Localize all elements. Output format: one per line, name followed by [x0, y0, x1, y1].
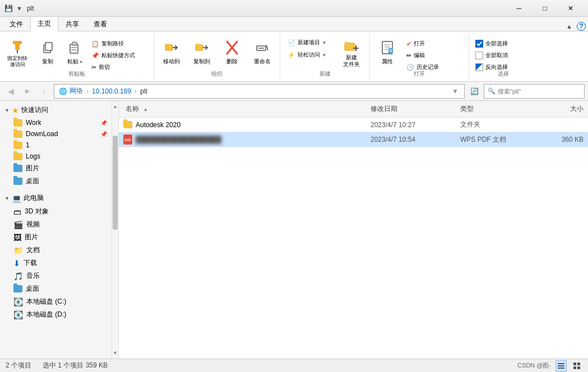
open-icon: ✔ — [406, 40, 411, 48]
svg-rect-10 — [165, 44, 169, 45]
tab-share[interactable]: 共享 — [58, 17, 86, 31]
deselect-all-button[interactable]: 全部取消 — [473, 50, 534, 61]
sidebar-item-pictures[interactable]: 🖼 图片 — [0, 231, 112, 244]
3d-icon: 🗃 — [13, 207, 21, 216]
copy-icon — [39, 39, 57, 57]
breadcrumb-current: plt — [140, 87, 147, 95]
search-box[interactable]: 🔍 — [484, 84, 585, 99]
sidebar-item-documents[interactable]: 📁 文档 — [0, 244, 112, 257]
sidebar-item-drive-c[interactable]: 💽 本地磁盘 (C:) — [0, 295, 112, 308]
minimize-button[interactable]: ─ — [506, 0, 532, 17]
this-pc-arrow: ▼ — [4, 196, 10, 201]
forward-button[interactable]: ▶ — [20, 84, 35, 99]
sidebar-scrollbar[interactable]: ▲ ▼ — [112, 101, 119, 359]
sidebar-item-drive-d[interactable]: 💽 本地磁盘 (D:) — [0, 308, 112, 321]
back-button[interactable]: ◀ — [3, 84, 18, 99]
sidebar-item-video-label: 视频 — [26, 220, 40, 229]
sidebar-item-pictures-label2: 图片 — [25, 232, 38, 242]
tab-file[interactable]: 文件 — [2, 17, 30, 31]
sidebar-item-3d[interactable]: 🗃 3D 对象 — [0, 205, 112, 218]
breadcrumb-network[interactable]: 网络 — [70, 86, 83, 96]
sidebar-item-desktop-quick[interactable]: 桌面 — [0, 175, 112, 188]
svg-rect-32 — [558, 365, 564, 366]
properties-button[interactable]: 属性 — [373, 36, 401, 69]
properties-icon — [378, 39, 396, 57]
sidebar-item-work[interactable]: Work 📌 — [0, 117, 112, 128]
move-to-button[interactable]: 移动到 — [158, 36, 186, 69]
sidebar-item-1[interactable]: 1 — [0, 140, 112, 151]
breadcrumb-ip[interactable]: 10.100.0.189 — [92, 87, 131, 95]
select-all-button[interactable]: 全部选择 — [473, 38, 534, 49]
open-small-col: ✔ 打开 ✏ 编辑 🕒 历史记录 — [404, 36, 465, 73]
title-bar-controls: ─ □ ✕ — [506, 0, 584, 17]
col-date-header[interactable]: 修改日期 — [371, 104, 460, 114]
new-item-icon: 📄 — [288, 39, 295, 46]
pin-to-quickaccess-button[interactable]: 固定到快速访问 — [3, 36, 31, 69]
new-folder-button[interactable]: 新建文件夹 — [337, 36, 365, 69]
sidebar-item-logs[interactable]: Logs — [0, 151, 112, 162]
svg-rect-7 — [71, 47, 77, 48]
pictures-icon: 🖼 — [13, 233, 21, 242]
sidebar-item-download[interactable]: DownLoad 📌 — [0, 128, 112, 140]
open-label: 打开 — [370, 70, 469, 78]
easy-access-button[interactable]: ⚡ 轻松访问 ▼ — [285, 49, 335, 61]
sidebar-item-downloads[interactable]: ⬇ 下载 — [0, 257, 112, 269]
view-large-icons-button[interactable] — [571, 360, 582, 371]
copy-path-button[interactable]: 📋 复制路径 — [89, 38, 150, 49]
copy-button[interactable]: 复制 — [34, 36, 62, 69]
view-details-button[interactable] — [555, 360, 567, 371]
maximize-button[interactable]: □ — [532, 0, 558, 17]
file-row-autodesk[interactable]: Autodesk 2020 2023/4/7 10:27 文件夹 — [119, 118, 588, 132]
svg-text:PDF: PDF — [124, 138, 131, 142]
address-bar: ◀ ▶ ↑ 🌐 网络 › 10.100.0.189 › plt ▼ 🔄 🔍 — [0, 82, 588, 101]
sidebar-item-pictures-label: 图片 — [26, 164, 39, 173]
quick-access-header[interactable]: ▼ ★ 快速访问 — [0, 103, 112, 117]
help-button[interactable]: ? — [577, 22, 586, 31]
sidebar-item-desktop[interactable]: 桌面 — [0, 282, 112, 295]
clipboard-label: 剪贴板 — [0, 70, 154, 78]
search-input[interactable] — [498, 88, 581, 95]
col-name-header[interactable]: 名称 ▲ — [123, 103, 371, 115]
address-path[interactable]: 🌐 网络 › 10.100.0.189 › plt ▼ — [54, 84, 465, 99]
video-icon: 🎬 — [13, 220, 23, 229]
new-item-button[interactable]: 📄 新建项目 ▼ — [285, 37, 335, 48]
paste-shortcut-button[interactable]: 📌 粘贴快捷方式 — [89, 50, 150, 61]
close-button[interactable]: ✕ — [558, 0, 584, 17]
sidebar-item-work-label: Work — [26, 119, 41, 127]
folder-work-icon — [13, 119, 22, 127]
sidebar-item-pictures-quick[interactable]: 图片 — [0, 162, 112, 175]
svg-rect-4 — [45, 43, 52, 50]
ribbon-group-select: 全部选择 全部取消 反向选择 选择 — [469, 34, 538, 79]
edit-button[interactable]: ✏ 编辑 — [404, 50, 465, 61]
music-icon: 🎵 — [13, 272, 23, 281]
copy-to-button[interactable]: 复制到 — [188, 36, 216, 69]
this-pc-header[interactable]: ▼ 💻 此电脑 — [0, 191, 112, 205]
col-type-header[interactable]: 类型 — [460, 104, 527, 114]
open-button[interactable]: ✔ 打开 — [404, 38, 465, 49]
sidebar-item-video[interactable]: 🎬 视频 — [0, 218, 112, 231]
file-type-autodesk: 文件夹 — [460, 120, 527, 129]
sidebar-item-3d-label: 3D 对象 — [25, 207, 49, 216]
copy-path-icon: 📋 — [91, 40, 99, 48]
paste-button[interactable]: 粘贴 ▼ — [64, 36, 86, 69]
ribbon-collapse-btn[interactable]: ▲ — [566, 23, 572, 30]
downloads-icon: ⬇ — [13, 259, 20, 268]
file-type-pdf: WPS PDF 文档 — [460, 135, 527, 145]
up-button[interactable]: ↑ — [37, 84, 52, 99]
watermark: CSDN @图- — [517, 361, 551, 370]
col-size-header[interactable]: 大小 — [527, 104, 584, 114]
delete-button[interactable]: 删除 — [218, 36, 246, 69]
ribbon: 固定到快速访问 复制 — [0, 31, 588, 82]
folder-1-icon — [13, 142, 22, 149]
tab-view[interactable]: 查看 — [86, 17, 114, 31]
tab-home[interactable]: 主页 — [30, 16, 58, 31]
rename-button[interactable]: 重命名 — [248, 36, 276, 69]
ribbon-group-organize: 移动到 复制到 删除 — [154, 34, 280, 79]
svg-rect-34 — [573, 362, 576, 365]
refresh-button[interactable]: 🔄 — [467, 84, 481, 99]
file-row-pdf[interactable]: PDF ██████████████████ 2023/4/7 10:54 WP… — [119, 132, 588, 147]
sidebar-item-music[interactable]: 🎵 音乐 — [0, 269, 112, 282]
drive-c-icon: 💽 — [13, 297, 23, 306]
status-bar: 2 个项目 选中 1 个项目 359 KB CSDN @图- — [0, 359, 588, 372]
new-label: 新建 — [280, 70, 369, 78]
